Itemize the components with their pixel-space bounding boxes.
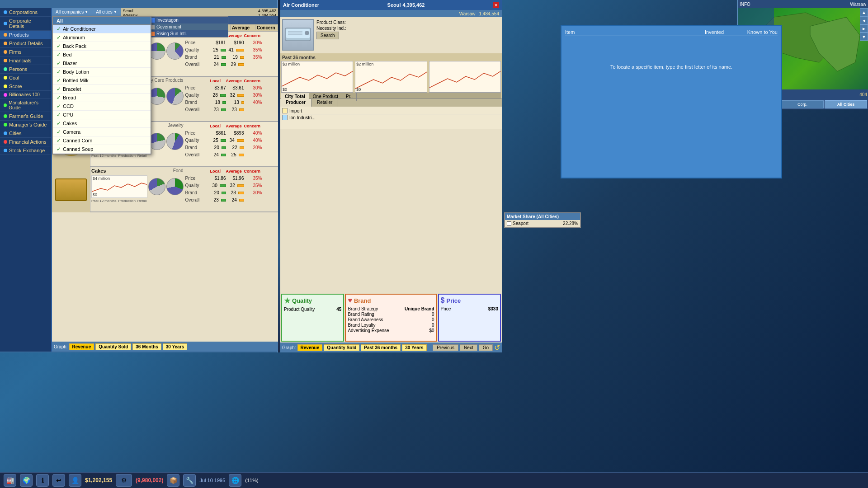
sidebar-item-farmers-guide[interactable]: Farmer's Guide — [0, 112, 51, 121]
blazer-stats: Local Average Concern Price $181 $190 30… — [184, 32, 278, 76]
rs-tab-corp[interactable]: Corp. — [781, 100, 824, 108]
company-sub-row-rising[interactable]: Rising Sun Intl. — [147, 30, 228, 37]
taskbar: 🏭 🌍 ℹ ↩ 👤 $1,202,155 ⚙ (9,980,002) 📦 🔧 J… — [0, 472, 868, 488]
ac-product-details: Product Class: Necessity Ind.: Search — [316, 19, 500, 52]
sidebar-item-manufacturers-guide[interactable]: Manufacturer's Guide — [0, 99, 51, 112]
ac-close-btn[interactable]: ✕ — [493, 2, 499, 8]
ac-search-btn[interactable]: Search — [316, 32, 339, 39]
graph-30years-btn[interactable]: 30 Years — [163, 343, 187, 350]
ac-go-btn[interactable]: Go — [479, 344, 493, 351]
taskbar-icon-4[interactable]: ↩ — [52, 474, 65, 487]
ac-tab-retailer[interactable]: Retailer — [311, 99, 338, 107]
dropdown-item-ac[interactable]: ✓ Air Conditioner — [53, 25, 151, 33]
ac-next-btn[interactable]: Next — [460, 344, 477, 351]
blazer-overall-row: Overall 24 29 — [185, 61, 278, 68]
sidebar-item-score[interactable]: Score — [0, 82, 51, 91]
cities-dropdown[interactable]: All cities ▼ — [92, 8, 121, 16]
brand-strategy-row: Brand Strategy Unique Brand — [348, 306, 434, 311]
dropdown-item-ccd[interactable]: ✓ CCD — [53, 102, 151, 111]
ac-ion-row: Ion Industri... — [281, 114, 501, 121]
taskbar-icon-9[interactable]: 🌐 — [229, 474, 241, 487]
taskbar-icon-8[interactable]: 🔧 — [183, 474, 196, 487]
dropdown-item-bread[interactable]: ✓ Bread — [53, 94, 151, 102]
dropdown-item-cpu[interactable]: ✓ CPU — [53, 111, 151, 119]
dropdown-item-bodylotion[interactable]: ✓ Body Lotion — [53, 68, 151, 76]
taskbar-icon-3[interactable]: ℹ — [36, 474, 49, 487]
taskbar-icon-6[interactable]: ⚙ — [116, 474, 132, 487]
dropdown-item-bracelet[interactable]: ✓ Bracelet — [53, 85, 151, 94]
dropdown-item-cannedsoup[interactable]: ✓ Canned Soup — [53, 145, 151, 154]
sidebar-item-coal[interactable]: Coal — [0, 74, 51, 82]
search-hint: To locate a specific item, type the firs… — [565, 63, 778, 71]
search-overlay: Item Invented Known to You To locate a s… — [561, 25, 782, 178]
nav-left-btn[interactable]: ◄ — [860, 16, 868, 24]
company-sub-row-government[interactable]: Government — [147, 23, 228, 30]
cakes-chart-min: $0 — [93, 192, 97, 197]
sidebar-item-managers-guide[interactable]: Manager's Guide — [0, 121, 51, 129]
dropdown-item-camera[interactable]: ✓ Camera — [53, 128, 151, 136]
ac-prev-btn[interactable]: Previous — [433, 344, 458, 351]
ac-rotate-icon[interactable]: ↺ — [494, 343, 500, 352]
taskbar-money: $1,202,155 — [85, 477, 112, 483]
ac-graph-quantity-btn[interactable]: Quantity Sold — [324, 344, 359, 351]
left-panel: Corporations Corporate Details Products … — [0, 0, 278, 352]
taskbar-icon-5[interactable]: 👤 — [69, 474, 81, 487]
brand-rating-row: Brand Rating 0 — [348, 312, 434, 317]
ac-title: Air Conditioner — [283, 2, 319, 8]
ac-import-row: Import — [281, 108, 501, 114]
graph-36months-btn[interactable]: 36 Months — [132, 343, 161, 350]
graph-revenue-btn[interactable]: Revenue — [69, 343, 94, 350]
sidebar-item-persons[interactable]: Persons — [0, 65, 51, 74]
nav-down-btn[interactable]: ▼ — [860, 33, 868, 41]
ac-city2-value: 1,484,554 — [479, 11, 500, 16]
taskbar-icon-7[interactable]: 📦 — [167, 474, 179, 487]
product-category-dropdown: All ✓ Air Conditioner ✓ Aluminum ✓ Back … — [52, 16, 151, 155]
rs-tab-all-cities[interactable]: All Cities — [825, 100, 867, 108]
sidebar-item-financials[interactable]: Financials — [0, 56, 51, 65]
dropdown-item-bottledmilk[interactable]: ✓ Bottled Milk — [53, 76, 151, 85]
qbp-section: ★ Quality Product Quality 45 ♥ Brand Bra… — [280, 293, 502, 343]
companies-dropdown[interactable]: All companies ▼ — [52, 8, 92, 16]
dropdown-item-cannedcorn[interactable]: ✓ Canned Corn — [53, 136, 151, 145]
dropdown-item-aluminum[interactable]: ✓ Aluminum — [53, 33, 151, 42]
dropdown-item-backpack[interactable]: ✓ Back Pack — [53, 42, 151, 51]
dropdown-item-cakes[interactable]: ✓ Cakes — [53, 119, 151, 128]
ac-tab-pr[interactable]: Pr.. — [342, 93, 357, 101]
sidebar-item-products[interactable]: Products — [0, 31, 51, 39]
sidebar-item-firms[interactable]: Firms — [0, 48, 51, 56]
ac-tab-producer[interactable]: Producer — [280, 99, 311, 107]
ac-graph-30years-btn[interactable]: 30 Years — [402, 344, 426, 351]
cakes-stats: Local Average Concern Price $1.86 $1.96 … — [184, 167, 278, 211]
dot-icon — [4, 149, 7, 152]
quality-product-quality-row: Product Quality 45 — [284, 307, 341, 312]
dot-icon — [4, 123, 7, 127]
sidebar-item-cities[interactable]: Cities — [0, 129, 51, 138]
sidebar-item-financial-actions[interactable]: Financial Actions — [0, 138, 51, 146]
taskbar-icon-1[interactable]: 🏭 — [4, 474, 16, 487]
product-row-cakes[interactable]: Cakes Food $4 million $0 — [52, 167, 278, 212]
sidebar-item-billionaires[interactable]: Billionaires 100 — [0, 91, 51, 99]
graph-quantity-btn[interactable]: Quantity Sold — [95, 343, 131, 350]
sidebar-item-corporations[interactable]: Corporations — [0, 8, 51, 17]
bodylotion-brand-row: Brand 18 13 40% — [185, 99, 278, 106]
sidebar-item-stock-exchange[interactable]: Stock Exchange — [0, 146, 51, 155]
market-share-panel: Market Share (All Cities) Seaport 22.28% — [504, 212, 581, 228]
dropdown-item-blazer[interactable]: ✓ Blazer — [53, 59, 151, 68]
ac-city2-name: Warsaw — [459, 11, 476, 16]
bodylotion-overall-row: Overall 23 23 — [185, 106, 278, 113]
nav-up-btn[interactable]: ▲ — [860, 8, 868, 16]
sidebar-item-corporate-details[interactable]: Corporate Details — [0, 17, 51, 31]
cakes-price-row: Price $1.86 $1.96 35% — [185, 174, 278, 182]
bodylotion-price-row: Price $3.67 $3.61 30% — [185, 84, 278, 91]
ac-chart3-svg — [429, 61, 500, 92]
taskbar-icon-2[interactable]: 🌍 — [20, 474, 33, 487]
dropdown-item-bed[interactable]: ✓ Bed — [53, 51, 151, 59]
ac-graph-revenue-btn[interactable]: Revenue — [297, 344, 323, 351]
ac-producer-list: Import Ion Industri... — [280, 107, 502, 129]
company-sub-row-investagon[interactable]: Investagon — [147, 17, 228, 23]
ac-import-label: Import — [289, 108, 302, 113]
dot-icon — [4, 114, 7, 118]
nav-right-btn[interactable]: ► — [860, 24, 868, 33]
sidebar-item-product-details[interactable]: Product Details — [0, 39, 51, 48]
ac-graph-36months-btn[interactable]: Past 36 months — [361, 344, 401, 351]
